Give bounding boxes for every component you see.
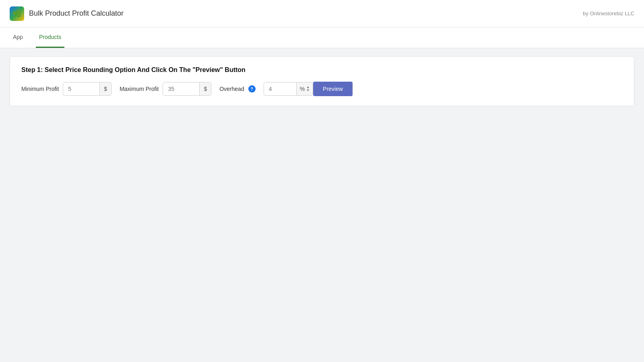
tab-app[interactable]: App — [10, 27, 26, 48]
header-byline: by Onlinestorebiz LLC — [583, 10, 634, 16]
controls-row: Minimum Profit $ Maximum Profit $ Overhe… — [21, 82, 623, 96]
app-title: Bulk Product Profit Calculator — [29, 9, 124, 18]
app-icon: 🌿 — [10, 6, 24, 21]
minimum-profit-field: $ — [63, 82, 111, 96]
minimum-profit-label: Minimum Profit — [21, 86, 59, 92]
tab-products[interactable]: Products — [36, 27, 64, 48]
overhead-spinner[interactable]: ▲ ▼ — [306, 86, 310, 92]
maximum-profit-label: Maximum Profit — [120, 86, 159, 92]
overhead-percent: % — [300, 86, 305, 92]
minimum-profit-suffix: $ — [99, 82, 111, 95]
overhead-label: Overhead — [219, 86, 244, 92]
overhead-help-icon[interactable]: ? — [248, 85, 256, 93]
nav-tabs: App Products — [0, 27, 644, 48]
spinner-down: ▼ — [306, 89, 310, 92]
maximum-profit-suffix: $ — [199, 82, 211, 95]
overhead-input[interactable] — [264, 82, 296, 95]
maximum-profit-input[interactable] — [163, 82, 199, 95]
app-icon-inner: 🌿 — [10, 6, 24, 21]
overhead-field: % ▲ ▼ — [264, 82, 313, 96]
step-title: Step 1: Select Price Rounding Option And… — [21, 66, 623, 74]
minimum-profit-input[interactable] — [63, 82, 99, 95]
header-left: 🌿 Bulk Product Profit Calculator — [10, 6, 124, 21]
main-content: Step 1: Select Price Rounding Option And… — [0, 48, 644, 114]
overhead-container: Overhead ? — [219, 85, 255, 93]
app-header: 🌿 Bulk Product Profit Calculator by Onli… — [0, 0, 644, 27]
overhead-suffix: % ▲ ▼ — [296, 82, 313, 95]
preview-button[interactable]: Preview — [313, 82, 353, 96]
maximum-profit-field: $ — [163, 82, 211, 96]
step-card: Step 1: Select Price Rounding Option And… — [10, 56, 634, 106]
